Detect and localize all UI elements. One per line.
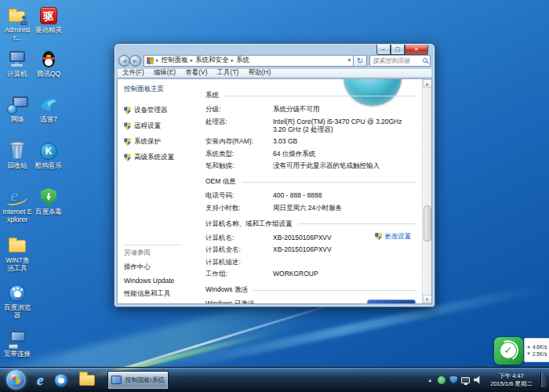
desktop-icon-label: Administr... (2, 27, 32, 42)
desktop-icon-internet-explorer[interactable]: e Internet Explorer (2, 188, 32, 223)
show-desktop-button[interactable] (540, 372, 547, 387)
menu-view[interactable]: 查看(V) (185, 68, 207, 78)
menu-bar: 文件(F) 编辑(E) 查看(V) 工具(T) 帮助(H) (117, 68, 432, 78)
forward-button[interactable]: ▶ (129, 55, 141, 67)
taskbar-baidu-browser[interactable] (54, 373, 68, 387)
row-value: 没有可用于此显示器的笔或触控输入 (273, 162, 380, 171)
section-title: OEM 信息 (205, 177, 236, 187)
tray-volume-icon[interactable] (474, 376, 482, 384)
rating-link[interactable]: 系统分级不可用 (273, 105, 320, 114)
back-button[interactable]: ◀ (118, 55, 130, 67)
progress-arc-icon (496, 338, 522, 364)
row-label: 笔和触摸: (205, 162, 273, 171)
desktop-icon-computer[interactable]: 计算机 (2, 50, 32, 78)
sidebar-item-label: 系统保护 (134, 137, 161, 147)
tray-network-icon[interactable] (461, 377, 470, 383)
menu-help[interactable]: 帮助(H) (248, 68, 271, 78)
xunlei-bird-icon (38, 96, 59, 114)
section-computer-name: 计算机名称、域和工作组设置 更改设置 计算机名:XB-20150106PXVV … (205, 220, 416, 280)
tray-shield-icon[interactable] (449, 376, 457, 384)
desktop-icon-kugou[interactable]: K 酷狗音乐 (34, 142, 64, 170)
uac-shield-icon (124, 154, 131, 162)
refresh-button[interactable]: ↻ (354, 55, 367, 67)
folder-user-icon (7, 6, 27, 25)
desktop-icon-broadband[interactable]: 宽带连接 (2, 330, 32, 358)
breadcrumb-item-system-security[interactable]: 系统和安全 (195, 56, 229, 65)
menu-file[interactable]: 文件(F) (122, 68, 144, 78)
sidebar-item-label: 高级系统设置 (134, 153, 174, 162)
internet-explorer-icon: e (7, 188, 27, 207)
row-label: 安装内存(RAM): (205, 137, 273, 147)
desktop-icon-recycle-bin[interactable]: 回收站 (2, 142, 32, 170)
genuine-windows-badge[interactable]: 使用 正版 软件 正版授权 安全 稳定 声誉 (367, 299, 416, 303)
sidebar-item-action-center[interactable]: 操作中心 (124, 263, 182, 272)
minimize-button[interactable]: – (376, 45, 391, 55)
sidebar-item-device-manager[interactable]: 设备管理器 (124, 106, 182, 115)
section-title: Windows 激活 (205, 285, 248, 295)
desktop-icon-baidu-antivirus[interactable]: 百度杀毒 (34, 188, 64, 216)
scrollbar-thumb[interactable] (424, 205, 431, 241)
sidebar-item-advanced-settings[interactable]: 高级系统设置 (124, 153, 182, 162)
menu-tools[interactable]: 工具(T) (217, 68, 239, 78)
scroll-down-icon[interactable]: ▼ (423, 295, 432, 303)
change-settings-link[interactable]: 更改设置 (375, 232, 411, 241)
row-value: XB-20150106PXVV (273, 245, 332, 255)
desktop-icon-baidu-browser[interactable]: 百度浏览器 (2, 284, 32, 319)
desktop-icon-label: Internet Explorer (2, 209, 32, 223)
sidebar: 控制面板主页 设备管理器 远程设置 系统保护 高级系统设置 另请参阅 操作中心 … (118, 79, 185, 303)
breadcrumb-item-control-panel[interactable]: 控制面板 (162, 56, 188, 65)
sidebar-item-windows-update[interactable]: Windows Update (124, 277, 182, 285)
uac-shield-icon (124, 107, 131, 114)
start-button[interactable] (6, 370, 26, 390)
desktop-icon-xunlei[interactable]: 迅雷7 (34, 96, 64, 124)
desktop-icon-qudongjingling[interactable]: 驱 驱动精灵 (34, 6, 64, 34)
breadcrumb-item-system[interactable]: 系统 (236, 56, 249, 65)
close-button[interactable]: ✕ (405, 45, 428, 55)
desktop-icon-label: 迅雷7 (34, 116, 64, 124)
taskbar-task-control-panel[interactable]: 控制面板\系统和... (107, 371, 169, 390)
row-label: 工作组: (205, 270, 273, 279)
desktop-icon-label: 驱动精灵 (34, 27, 64, 34)
green-shield-icon (38, 188, 59, 207)
row-label: 计算机全名: (205, 245, 273, 255)
chevron-down-icon[interactable]: ▾ (347, 57, 351, 64)
scroll-up-icon[interactable]: ▲ (423, 79, 432, 88)
desktop-icon-qq[interactable]: 腾讯QQ (34, 50, 64, 78)
computer-icon (7, 50, 27, 69)
desktop-icon-label: 回收站 (2, 162, 32, 170)
system-control-panel-window: – ▢ ✕ ◀ ▶ ▸ 控制面板 ▸ 系统和安全 ▸ 系统 ▾ ↻ 搜索控制面板… (114, 43, 435, 307)
breadcrumb[interactable]: ▸ 控制面板 ▸ 系统和安全 ▸ 系统 ▾ (144, 55, 354, 67)
uac-shield-icon (375, 233, 382, 241)
menu-edit[interactable]: 编辑(E) (154, 68, 176, 78)
sidebar-item-remote-settings[interactable]: 远程设置 (124, 122, 182, 131)
control-panel-icon (147, 57, 154, 64)
sidebar-item-home[interactable]: 控制面板主页 (124, 85, 182, 94)
network-speed-panel: ▲4.6K/s ▼2.5K/s (524, 338, 549, 362)
scrollbar[interactable]: ▲ ▼ (422, 79, 431, 303)
desktop-icon-win7-activator[interactable]: WIN7激活工具 (2, 237, 32, 272)
connection-icon (7, 330, 27, 349)
maximize-button[interactable]: ▢ (391, 45, 405, 55)
download-arrow-icon: ▼ (526, 351, 531, 356)
search-input[interactable]: 搜索控制面板 (369, 55, 431, 67)
change-settings-label: 更改设置 (384, 232, 411, 241)
tray-green-status-icon[interactable] (438, 376, 445, 384)
taskbar-internet-explorer[interactable]: e (37, 372, 43, 389)
qq-penguin-icon (38, 50, 59, 69)
row-value: 400 - 888 - 8888 (273, 191, 322, 201)
taskbar-clock[interactable]: 下午 4:47 2015/1/6 星期二 (486, 372, 536, 387)
desktop-icon-network[interactable]: 网络 (2, 96, 32, 124)
uac-shield-icon (124, 122, 131, 130)
accelerator-ball[interactable] (494, 337, 523, 365)
sidebar-item-system-protection[interactable]: 系统保护 (124, 137, 182, 147)
sidebar-item-label: 设备管理器 (134, 106, 168, 115)
sidebar-item-performance-tools[interactable]: 性能信息和工具 (124, 289, 182, 299)
section-title: 系统 (205, 91, 219, 100)
search-icon (423, 58, 427, 63)
taskbar-explorer[interactable] (79, 375, 95, 386)
tray-expand-icon[interactable]: ▲ (427, 376, 434, 384)
address-bar: ◀ ▶ ▸ 控制面板 ▸ 系统和安全 ▸ 系统 ▾ ↻ 搜索控制面板 (115, 53, 434, 67)
uac-shield-icon (124, 138, 131, 146)
row-value: 周日至周六 24小时服务 (273, 204, 342, 213)
desktop-icon-administrator[interactable]: Administr... (2, 6, 32, 42)
